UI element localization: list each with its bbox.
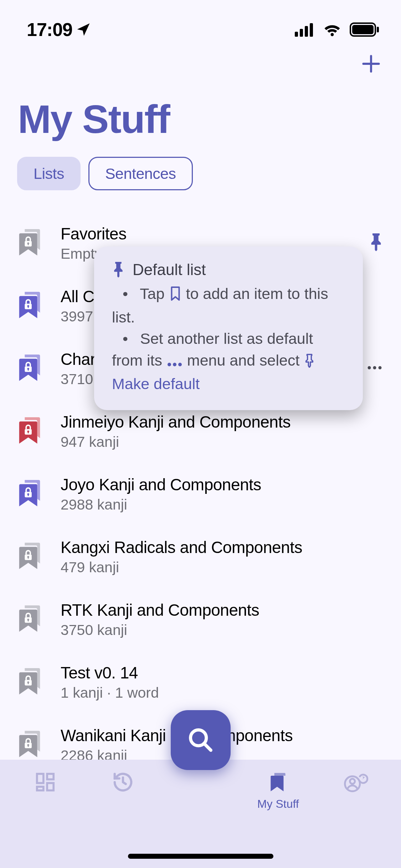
ellipsis-icon	[366, 365, 383, 371]
history-icon	[112, 771, 134, 793]
tab-sentences[interactable]: Sentences	[88, 157, 193, 190]
svg-rect-2	[305, 26, 308, 37]
tab-history[interactable]	[96, 771, 150, 793]
popover-header: Default list	[112, 261, 346, 279]
list-row[interactable]: Kangxi Radicals and Components479 kanji	[0, 525, 401, 588]
list-lock-icon	[18, 731, 43, 759]
svg-rect-21	[28, 432, 29, 433]
list-row-title: Test v0. 14	[61, 663, 383, 682]
status-right	[295, 22, 380, 37]
list-row-subtitle: 1 kanji · 1 word	[61, 684, 383, 701]
svg-rect-1	[300, 29, 303, 37]
list-row-body: Joyo Kanji and Components2988 kanji	[61, 475, 383, 513]
svg-rect-43	[37, 787, 43, 790]
nav-bar	[361, 53, 381, 76]
bookmark-icon	[169, 285, 182, 306]
search-icon	[187, 727, 214, 754]
svg-rect-0	[295, 32, 298, 37]
svg-point-45	[350, 779, 355, 784]
svg-point-17	[373, 366, 376, 370]
status-time-group: 17:09	[27, 19, 91, 40]
svg-point-38	[173, 363, 176, 366]
list-lock-icon	[18, 605, 43, 633]
svg-rect-36	[28, 745, 29, 747]
svg-point-37	[168, 363, 171, 366]
list-row-body: Test v0. 141 kanji · 1 word	[61, 663, 383, 701]
plus-icon	[361, 53, 381, 74]
tab-my-stuff-label: My Stuff	[257, 797, 299, 811]
tab-account[interactable]	[329, 771, 382, 793]
bookmarks-icon	[267, 771, 289, 793]
list-row-subtitle: 947 kanji	[61, 434, 383, 450]
list-row[interactable]: Joyo Kanji and Components2988 kanji	[0, 463, 401, 525]
add-button[interactable]	[361, 53, 381, 76]
list-row-title: Kangxi Radicals and Components	[61, 538, 383, 557]
list-row-title: RTK Kanji and Components	[61, 600, 383, 620]
svg-rect-5	[352, 25, 374, 34]
list-lock-icon	[18, 292, 43, 320]
row-more-button[interactable]	[366, 365, 383, 372]
make-default-link[interactable]: Make default	[112, 375, 200, 392]
grid-icon	[34, 771, 56, 793]
tab-lists[interactable]: Lists	[17, 157, 81, 190]
list-row-body: RTK Kanji and Components3750 kanji	[61, 600, 383, 639]
svg-rect-15	[28, 369, 29, 371]
list-row-body: Kangxi Radicals and Components479 kanji	[61, 538, 383, 576]
popover-title: Default list	[133, 261, 206, 279]
pin-outline-icon	[304, 352, 315, 373]
status-bar: 17:09	[0, 0, 401, 43]
svg-rect-30	[28, 620, 29, 621]
list-row-title: Joyo Kanji and Components	[61, 475, 383, 494]
list-row-subtitle: 3750 kanji	[61, 622, 383, 639]
pinned-indicator-icon	[369, 233, 383, 253]
list-row-subtitle: 479 kanji	[61, 559, 383, 576]
list-lock-icon	[18, 229, 43, 257]
default-list-popover: Default list Tap to add an item to this …	[94, 247, 363, 410]
list-lock-icon	[18, 417, 43, 445]
svg-rect-3	[310, 23, 313, 37]
page-header: My Stuff	[18, 96, 170, 142]
pin-icon	[112, 262, 125, 278]
svg-rect-24	[28, 494, 29, 496]
popover-hint-2: Set another list as default from its men…	[112, 328, 346, 394]
list-lock-icon	[18, 668, 43, 696]
tab-bar: My Stuff	[0, 760, 401, 868]
battery-icon	[350, 22, 380, 37]
search-fab[interactable]	[171, 710, 231, 770]
svg-rect-42	[47, 783, 53, 791]
list-lock-icon	[18, 543, 43, 570]
svg-point-16	[368, 366, 371, 370]
page-title: My Stuff	[18, 96, 170, 142]
list-row[interactable]: Test v0. 141 kanji · 1 word	[0, 651, 401, 713]
status-time: 17:09	[27, 19, 72, 40]
popover-hint-1: Tap to add an item to this list.	[112, 283, 346, 328]
svg-rect-27	[28, 557, 29, 559]
location-icon	[76, 22, 91, 37]
list-row-body: Jinmeiyo Kanji and Components947 kanji	[61, 412, 383, 450]
svg-rect-33	[28, 682, 29, 684]
wifi-icon	[323, 22, 342, 37]
list-row-title: Favorites	[61, 224, 362, 243]
home-indicator	[128, 854, 273, 859]
account-sync-icon	[343, 771, 368, 793]
list-row-subtitle: 2988 kanji	[61, 496, 383, 513]
svg-rect-12	[28, 306, 29, 308]
ellipsis-icon	[166, 352, 183, 373]
list-lock-icon	[18, 355, 43, 382]
list-lock-icon	[18, 480, 43, 508]
svg-rect-40	[37, 774, 43, 783]
cellular-icon	[295, 22, 315, 37]
tab-my-stuff[interactable]: My Stuff	[251, 771, 305, 811]
svg-point-18	[379, 366, 382, 370]
popover-hints: Tap to add an item to this list. Set ano…	[112, 283, 346, 394]
svg-point-39	[178, 363, 182, 366]
tab-dashboard[interactable]	[19, 771, 72, 793]
svg-rect-41	[47, 774, 53, 780]
list-row[interactable]: RTK Kanji and Components3750 kanji	[0, 588, 401, 651]
svg-rect-9	[28, 243, 29, 245]
svg-rect-6	[377, 27, 379, 32]
list-row-title: Jinmeiyo Kanji and Components	[61, 412, 383, 432]
segmented-control: Lists Sentences	[17, 157, 193, 190]
